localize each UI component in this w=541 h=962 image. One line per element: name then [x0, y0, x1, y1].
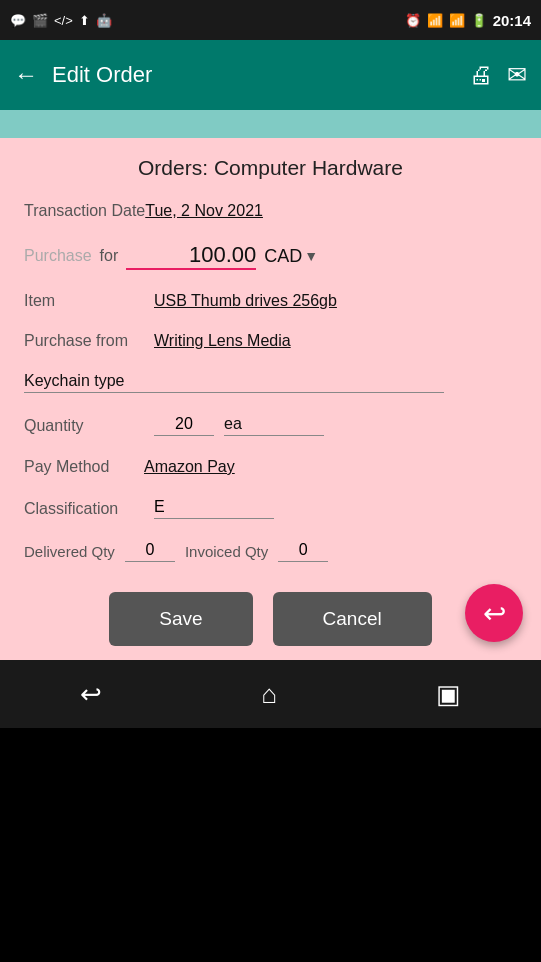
- purchase-from-row: Purchase from Writing Lens Media: [24, 332, 517, 350]
- item-label: Item: [24, 292, 144, 310]
- quantity-value[interactable]: 20: [154, 415, 214, 436]
- purchase-label: Purchase: [24, 247, 92, 265]
- teal-strip: [0, 110, 541, 138]
- android-icon: 🤖: [96, 13, 112, 28]
- orders-title: Orders: Computer Hardware: [24, 156, 517, 180]
- save-button[interactable]: Save: [109, 592, 252, 646]
- classification-label: Classification: [24, 500, 144, 518]
- delivered-qty-value: 0: [125, 541, 175, 562]
- classification-row: Classification E: [24, 498, 517, 519]
- pay-method-value[interactable]: Amazon Pay: [144, 458, 235, 476]
- undo-fab-button[interactable]: ↩: [465, 584, 523, 642]
- status-bar: 💬 🎬 </> ⬆ 🤖 ⏰ 📶 📶 🔋 20:14: [0, 0, 541, 40]
- nav-back-icon[interactable]: ↩: [80, 679, 102, 710]
- invoiced-qty-value: 0: [278, 541, 328, 562]
- signal1-icon: 📶: [427, 13, 443, 28]
- delivered-qty-label: Delivered Qty: [24, 543, 115, 560]
- back-button[interactable]: ←: [14, 61, 38, 89]
- transaction-date-row: Transaction Date Tue, 2 Nov 2021: [24, 202, 517, 220]
- transaction-date-value[interactable]: Tue, 2 Nov 2021: [145, 202, 263, 220]
- for-label: for: [100, 247, 119, 265]
- quantity-label: Quantity: [24, 417, 144, 435]
- media-icon: 🎬: [32, 13, 48, 28]
- email-button[interactable]: ✉: [507, 61, 527, 89]
- item-row: Item USB Thumb drives 256gb: [24, 292, 517, 310]
- item-value[interactable]: USB Thumb drives 256gb: [154, 292, 337, 310]
- signal2-icon: 📶: [449, 13, 465, 28]
- quantity-unit: ea: [224, 415, 324, 436]
- classification-value[interactable]: E: [154, 498, 274, 519]
- nav-home-icon[interactable]: ⌂: [261, 679, 277, 710]
- nav-bar: ↩ ⌂ ▣: [0, 660, 541, 728]
- currency-dropdown[interactable]: CAD ▼: [264, 246, 318, 267]
- currency-label: CAD: [264, 246, 302, 267]
- pay-method-label: Pay Method: [24, 458, 144, 476]
- keychain-type-input[interactable]: [24, 372, 444, 393]
- amount-input[interactable]: [126, 242, 256, 270]
- purchase-row: Purchase for CAD ▼: [24, 242, 517, 270]
- purchase-from-value[interactable]: Writing Lens Media: [154, 332, 291, 350]
- purchase-from-label: Purchase from: [24, 332, 144, 350]
- invoiced-qty-label: Invoiced Qty: [185, 543, 268, 560]
- form-content: Orders: Computer Hardware Transaction Da…: [0, 138, 541, 582]
- code-icon: </>: [54, 13, 73, 28]
- currency-arrow-icon: ▼: [304, 248, 318, 264]
- battery-icon: 🔋: [471, 13, 487, 28]
- status-right-icons: ⏰ 📶 📶 🔋 20:14: [405, 12, 531, 29]
- page-title: Edit Order: [52, 62, 455, 88]
- cancel-button[interactable]: Cancel: [273, 592, 432, 646]
- toolbar: ← Edit Order 🖨 ✉: [0, 40, 541, 110]
- app-icons: 💬 🎬 </> ⬆ 🤖: [10, 13, 112, 28]
- quantity-row: Quantity 20 ea: [24, 415, 517, 436]
- keychain-type-row: [24, 372, 517, 393]
- nav-recents-icon[interactable]: ▣: [436, 679, 461, 710]
- qty-summary-row: Delivered Qty 0 Invoiced Qty 0: [24, 541, 517, 562]
- usb-icon: ⬆: [79, 13, 90, 28]
- transaction-date-label: Transaction Date: [24, 202, 145, 220]
- alarm-icon: ⏰: [405, 13, 421, 28]
- whatsapp-icon: 💬: [10, 13, 26, 28]
- pay-method-row: Pay Method Amazon Pay: [24, 458, 517, 476]
- print-button[interactable]: 🖨: [469, 61, 493, 89]
- time-display: 20:14: [493, 12, 531, 29]
- buttons-area: Save Cancel ↩: [0, 582, 541, 660]
